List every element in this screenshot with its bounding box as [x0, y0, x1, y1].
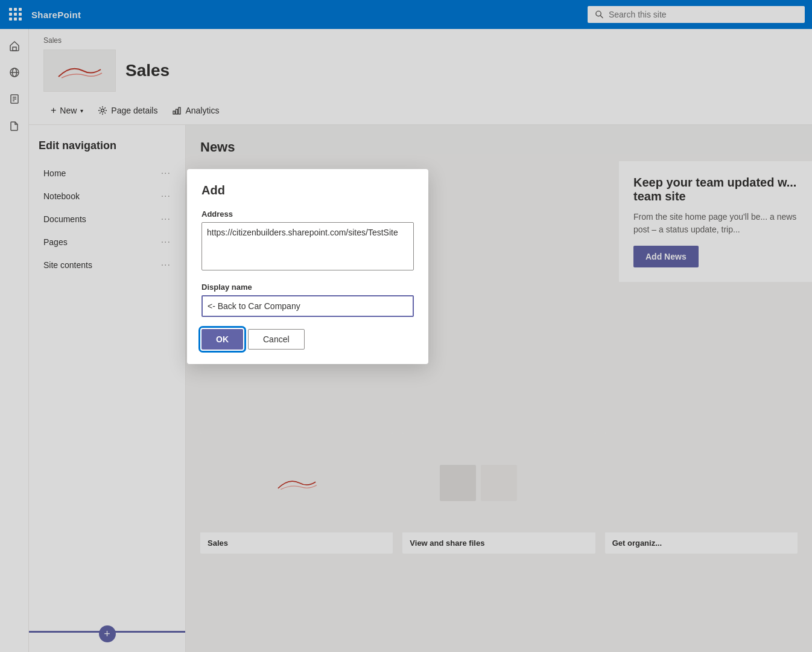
add-link-modal: Add Address https://citizenbuilders.shar… [187, 169, 428, 364]
modal-overlay: Add Address https://citizenbuilders.shar… [0, 0, 812, 652]
cancel-button[interactable]: Cancel [248, 329, 305, 350]
display-name-input[interactable] [201, 295, 414, 317]
display-name-label: Display name [201, 283, 414, 292]
address-label: Address [201, 209, 414, 219]
address-textarea[interactable]: https://citizenbuilders.sharepoint.com/s… [201, 222, 414, 270]
modal-actions: OK Cancel [201, 329, 414, 350]
ok-button[interactable]: OK [201, 329, 243, 350]
modal-title: Add [201, 184, 414, 197]
